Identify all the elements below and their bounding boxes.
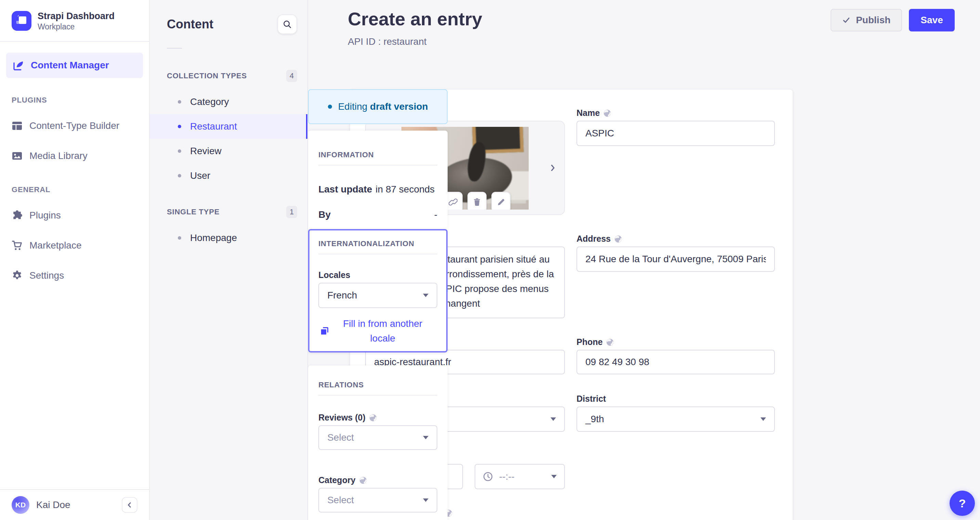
name-field: Name — [576, 108, 775, 146]
content-subnav: Content COLLECTION TYPES 4 Category — [150, 0, 308, 520]
by-value: - — [434, 209, 438, 220]
chevron-down-icon — [423, 498, 428, 502]
address-field: Address — [576, 234, 775, 272]
single-type-header: SINGLE TYPE — [167, 208, 220, 216]
sidebar-item-settings[interactable]: Settings — [0, 261, 149, 291]
by-label: By — [318, 209, 331, 220]
category-label: Category — [318, 475, 355, 485]
chevron-down-icon — [550, 417, 556, 421]
clock-icon — [483, 471, 493, 482]
chevron-down-icon — [423, 294, 428, 297]
relations-title: RELATIONS — [318, 380, 438, 390]
main-sidebar: Strapi Dashboard Workplace Content Manag… — [0, 0, 150, 520]
list-item-category[interactable]: Category — [150, 89, 307, 114]
list-item-user[interactable]: User — [150, 164, 307, 188]
list-item-label: Homepage — [190, 232, 237, 243]
list-item-label: Restaurant — [190, 121, 237, 132]
status-dot — [328, 105, 332, 109]
sidebar-item-content-type-builder[interactable]: Content-Type Builder — [0, 111, 149, 141]
sidebar-item-media-library[interactable]: Media Library — [0, 141, 149, 171]
layout-icon — [12, 120, 22, 131]
banner-prefix: Editing — [338, 101, 368, 112]
content-panel-title: Content — [167, 17, 213, 32]
information-title: INFORMATION — [318, 150, 438, 159]
internationalization-section: INTERNATIONALIZATION Locales French Fill… — [308, 229, 448, 353]
list-item-homepage[interactable]: Homepage — [150, 226, 307, 250]
address-label: Address — [576, 234, 611, 244]
sidebar-item-label: Marketplace — [29, 240, 82, 251]
globe-icon — [359, 476, 367, 485]
sidebar-item-label: Settings — [29, 270, 64, 281]
carousel-next-button[interactable] — [547, 162, 558, 173]
category-select[interactable]: Select — [318, 488, 438, 512]
reviews-label: Reviews (0) — [318, 413, 366, 423]
collection-types-count-badge: 4 — [286, 70, 297, 82]
fill-from-locale-link[interactable]: Fill in from another locale — [335, 316, 431, 346]
last-update-label: Last update — [318, 184, 372, 195]
information-section: INFORMATION Last update in 87 seconds By… — [308, 130, 448, 229]
edit-media-button[interactable] — [492, 192, 511, 210]
reviews-placeholder: Select — [327, 432, 354, 443]
workspace-header[interactable]: Strapi Dashboard Workplace — [0, 0, 149, 42]
name-input[interactable] — [576, 121, 775, 146]
list-item-review[interactable]: Review — [150, 139, 307, 164]
gear-icon — [12, 270, 22, 281]
list-item-restaurant[interactable]: Restaurant — [150, 114, 307, 139]
name-label: Name — [576, 108, 600, 118]
list-item-label: Category — [190, 96, 229, 107]
strapi-logo — [12, 11, 32, 31]
divider — [318, 165, 438, 165]
sidebar-footer: KD Kai Doe — [0, 489, 149, 520]
category-placeholder: Select — [327, 495, 354, 506]
bullet-dot — [178, 100, 181, 103]
address-input[interactable] — [576, 246, 775, 272]
sidebar-item-plugins[interactable]: Plugins — [0, 200, 149, 231]
user-name: Kai Doe — [36, 499, 70, 510]
save-button[interactable]: Save — [909, 9, 955, 32]
phone-label: Phone — [576, 337, 603, 347]
locale-value: French — [327, 290, 357, 301]
draft-status-banner: Editing draft version — [308, 89, 448, 124]
phone-input[interactable] — [576, 350, 775, 374]
bullet-dot — [178, 236, 181, 240]
time-placeholder: --:-- — [499, 471, 515, 482]
list-item-label: Review — [190, 146, 221, 157]
publish-button[interactable]: Publish — [830, 9, 902, 32]
sidebar-section-plugins: PLUGINS — [0, 96, 149, 105]
time-input[interactable]: --:-- — [475, 464, 565, 489]
divider — [318, 254, 438, 254]
delete-media-button[interactable] — [468, 192, 487, 210]
sidebar-item-label: Plugins — [29, 210, 61, 221]
bullet-dot — [178, 125, 181, 128]
list-item-label: User — [190, 170, 210, 181]
sidebar-item-label: Media Library — [29, 150, 88, 161]
district-value: _9th — [585, 413, 604, 425]
search-button[interactable] — [277, 14, 297, 34]
district-field: District _9th — [576, 394, 775, 432]
chevron-down-icon — [423, 436, 428, 439]
globe-icon — [614, 235, 622, 243]
cart-icon — [12, 240, 22, 251]
search-icon — [282, 19, 292, 29]
sidebar-section-general: GENERAL — [0, 185, 149, 194]
last-update-value: in 87 seconds — [375, 184, 434, 195]
reviews-select[interactable]: Select — [318, 425, 438, 450]
page-title: Create an entry — [348, 8, 482, 29]
sidebar-item-content-manager[interactable]: Content Manager — [6, 52, 143, 78]
chevron-down-icon — [551, 475, 557, 478]
chevron-left-icon — [127, 502, 133, 508]
globe-icon — [603, 109, 611, 117]
pencil-icon — [496, 197, 505, 207]
avatar: KD — [12, 496, 29, 514]
collapse-sidebar-button[interactable] — [122, 497, 137, 513]
locales-select[interactable]: French — [318, 283, 438, 308]
divider — [318, 395, 438, 396]
puzzle-icon — [12, 210, 22, 221]
help-button[interactable]: ? — [950, 491, 975, 516]
banner-bold: draft version — [370, 101, 428, 112]
district-label: District — [576, 394, 606, 404]
sidebar-item-marketplace[interactable]: Marketplace — [0, 231, 149, 261]
locales-label: Locales — [318, 270, 438, 280]
district-select[interactable]: _9th — [576, 407, 775, 432]
phone-field: Phone — [576, 337, 775, 374]
